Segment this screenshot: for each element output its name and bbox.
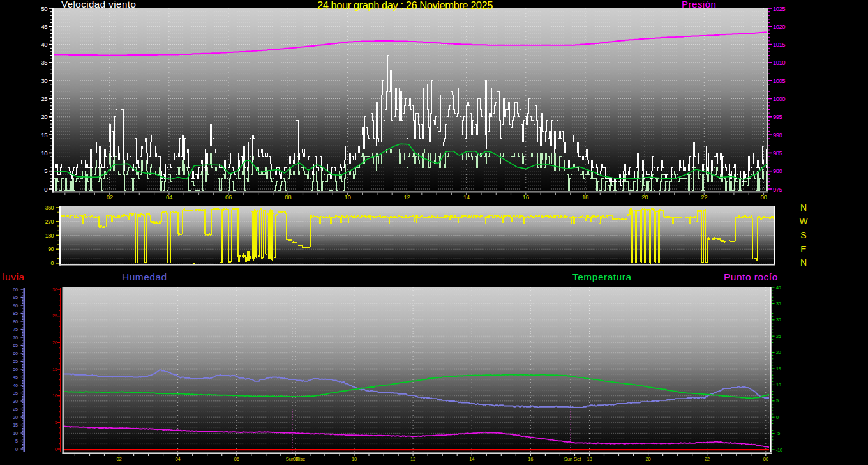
svg-text:08: 08	[285, 194, 291, 201]
svg-text:0: 0	[776, 415, 779, 420]
svg-text:W: W	[799, 216, 808, 226]
svg-text:40: 40	[41, 41, 47, 48]
svg-text:N: N	[800, 257, 807, 268]
svg-text:10: 10	[352, 456, 357, 462]
svg-text:20: 20	[776, 349, 781, 355]
svg-text:30: 30	[41, 77, 47, 84]
svg-text:35: 35	[41, 59, 47, 66]
svg-text:00: 00	[761, 194, 768, 201]
svg-text:1020: 1020	[773, 23, 785, 30]
svg-text:80: 80	[13, 319, 18, 324]
svg-text:04: 04	[176, 456, 181, 462]
svg-text:5: 5	[44, 167, 47, 174]
svg-text:18: 18	[587, 456, 592, 462]
svg-text:5: 5	[776, 398, 779, 404]
svg-text:06: 06	[234, 456, 239, 462]
svg-text:5: 5	[55, 420, 57, 425]
svg-text:25: 25	[52, 313, 57, 319]
svg-text:24 hour graph day : 26 Noviemb: 24 hour graph day : 26 Noviembre 2025	[317, 0, 493, 11]
svg-text:270: 270	[45, 218, 54, 225]
svg-text:0: 0	[55, 446, 57, 452]
svg-text:50: 50	[13, 367, 18, 372]
svg-text:S: S	[800, 230, 806, 240]
svg-text:50: 50	[41, 5, 47, 12]
svg-text:980: 980	[773, 167, 782, 174]
svg-text:Presión: Presión	[682, 0, 716, 10]
svg-text:25: 25	[13, 406, 18, 412]
svg-text:15: 15	[776, 366, 781, 372]
svg-text:30: 30	[776, 317, 781, 323]
svg-text:30: 30	[52, 287, 57, 293]
svg-text:04: 04	[166, 194, 173, 201]
svg-text:5: 5	[15, 438, 18, 444]
svg-text:975: 975	[773, 186, 782, 193]
svg-text:45: 45	[41, 23, 47, 30]
svg-text:75: 75	[13, 326, 18, 332]
svg-text:15: 15	[13, 422, 18, 428]
svg-text:1015: 1015	[773, 41, 785, 48]
svg-text:Sun Set: Sun Set	[564, 456, 582, 462]
svg-text:60: 60	[13, 351, 18, 356]
svg-text:02: 02	[117, 456, 122, 462]
svg-text:10: 10	[41, 149, 47, 156]
svg-text:90: 90	[13, 303, 18, 309]
svg-text:985: 985	[773, 149, 782, 156]
svg-text:16: 16	[523, 194, 529, 201]
svg-text:20: 20	[52, 340, 57, 346]
svg-text:20: 20	[13, 415, 18, 420]
svg-text:Temperatura: Temperatura	[572, 271, 632, 282]
svg-text:-5: -5	[776, 431, 780, 436]
svg-text:1025: 1025	[773, 5, 785, 12]
svg-text:N: N	[800, 202, 807, 213]
svg-text:22: 22	[701, 194, 707, 201]
svg-text:10: 10	[776, 382, 781, 388]
svg-text:12: 12	[410, 456, 415, 462]
svg-text:55: 55	[13, 358, 18, 364]
svg-text:00: 00	[13, 287, 18, 293]
svg-text:180: 180	[45, 232, 54, 239]
svg-text:90: 90	[48, 246, 54, 252]
svg-text:18: 18	[582, 194, 588, 201]
svg-text:35: 35	[776, 301, 781, 307]
svg-text:40: 40	[776, 285, 781, 291]
svg-text:14: 14	[463, 194, 470, 201]
svg-text:1010: 1010	[773, 59, 785, 66]
svg-text:95: 95	[13, 294, 18, 300]
svg-text:16: 16	[528, 456, 533, 462]
svg-text:45: 45	[13, 374, 18, 380]
svg-text:E: E	[800, 244, 806, 254]
svg-text:15: 15	[41, 132, 47, 139]
svg-text:85: 85	[13, 310, 18, 316]
svg-text:06: 06	[225, 194, 232, 201]
svg-text:0: 0	[51, 260, 54, 266]
svg-text:65: 65	[13, 342, 18, 348]
svg-text:0: 0	[44, 186, 47, 193]
svg-text:20: 20	[641, 194, 648, 201]
svg-text:20: 20	[41, 113, 47, 120]
svg-text:25: 25	[41, 95, 47, 102]
svg-text:10: 10	[13, 431, 18, 436]
svg-text:Punto rocío: Punto rocío	[724, 271, 778, 282]
svg-text:15: 15	[52, 367, 57, 372]
svg-text:25: 25	[776, 333, 781, 339]
svg-text:Sun Rise: Sun Rise	[286, 456, 305, 462]
svg-text:1000: 1000	[773, 95, 785, 102]
svg-text:30: 30	[13, 399, 18, 404]
svg-text:14: 14	[469, 456, 474, 462]
svg-text:995: 995	[773, 113, 782, 120]
svg-text:35: 35	[13, 390, 18, 396]
svg-text:990: 990	[773, 132, 782, 139]
svg-text:0: 0	[15, 446, 18, 452]
svg-text:70: 70	[13, 335, 18, 340]
svg-text:02: 02	[107, 194, 113, 201]
svg-text:10: 10	[52, 393, 57, 399]
svg-text:12: 12	[404, 194, 410, 201]
svg-text:1005: 1005	[773, 77, 785, 84]
svg-text:22: 22	[705, 456, 710, 462]
svg-text:10: 10	[344, 194, 351, 201]
svg-text:Lluvia: Lluvia	[0, 271, 25, 282]
svg-text:Humedad: Humedad	[122, 271, 167, 282]
svg-text:40: 40	[13, 383, 18, 388]
svg-text:360: 360	[45, 204, 54, 211]
svg-text:Velocidad viento: Velocidad viento	[61, 0, 136, 10]
